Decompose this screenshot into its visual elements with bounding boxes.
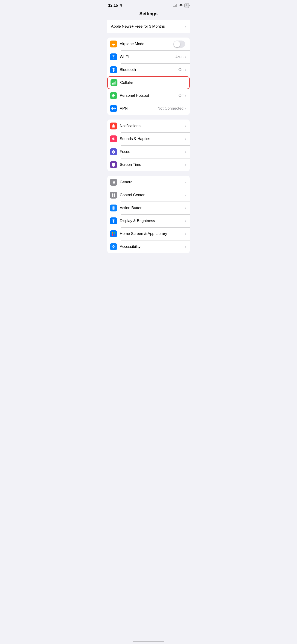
status-icons: 4 [173,3,189,8]
airplane-mode-icon [110,40,117,48]
connectivity-section: Airplane Mode Wi-Fi Uzun › Bluetooth On … [107,38,190,115]
display-label: Display & Brightness [120,218,185,223]
home-screen-label: Home Screen & App Library [120,232,185,236]
wifi-icon [179,4,183,7]
control-center-label: Control Center [120,193,185,198]
cellular-icon [110,79,118,86]
settings-row-action-button[interactable]: Action Button › [107,202,190,214]
svg-point-25 [112,220,114,222]
general-label: General [120,180,185,184]
settings-row-airplane-mode[interactable]: Airplane Mode [107,38,190,50]
svg-rect-3 [175,5,176,7]
svg-point-12 [112,108,112,109]
settings-row-accessibility[interactable]: Accessibility › [107,240,190,253]
control-center-icon [110,192,117,198]
promo-row[interactable]: Apple News+ Free for 3 Months › [107,20,190,33]
screen-time-label: Screen Time [120,162,185,167]
screen-time-icon [110,161,117,168]
airplane-mode-toggle[interactable] [173,40,185,48]
status-time: 12:15 [108,3,118,8]
notifications-section: Notifications › Sounds & Haptics › Focus… [107,120,190,171]
notifications-icon [110,122,117,130]
hotspot-chevron: › [185,94,186,98]
page-title: Settings [104,9,194,20]
action-button-icon [110,204,117,212]
svg-rect-21 [114,195,115,197]
svg-point-9 [113,95,114,96]
promo-chevron: › [185,25,186,28]
svg-rect-6 [113,82,114,84]
airplane-mode-label: Airplane Mode [120,42,173,46]
svg-rect-19 [114,194,115,195]
sounds-icon [110,136,117,142]
screen-time-chevron: › [185,163,186,166]
settings-row-focus[interactable]: Focus › [107,145,190,158]
settings-row-sounds[interactable]: Sounds & Haptics › [107,132,190,145]
svg-rect-28 [112,234,113,236]
svg-rect-4 [176,4,177,7]
focus-label: Focus [120,150,185,154]
svg-rect-7 [114,82,114,84]
accessibility-label: Accessibility [120,244,185,249]
focus-icon [110,148,117,155]
promo-label: Apple News+ Free for 3 Months [111,24,185,29]
bluetooth-chevron: › [185,68,186,72]
wifi-settings-icon [110,54,117,60]
settings-row-bluetooth[interactable]: Bluetooth On › [107,63,190,76]
hotspot-label: Personal Hotspot [120,93,178,98]
general-section: General › Control Center › [107,176,190,253]
signal-icon [173,4,178,7]
home-screen-chevron: › [185,232,186,236]
notifications-chevron: › [185,124,186,128]
svg-rect-5 [112,83,112,84]
accessibility-icon [110,243,117,250]
hotspot-icon [110,92,117,99]
battery-indicator: 4 [184,3,189,8]
wifi-chevron: › [185,55,186,59]
settings-row-cellular[interactable]: Cellular › [107,76,190,89]
cellular-label: Cellular [120,80,184,85]
svg-rect-27 [114,232,115,234]
svg-rect-18 [112,194,114,195]
svg-rect-8 [115,81,115,85]
action-button-chevron: › [185,206,186,210]
svg-rect-1 [173,6,174,7]
settings-row-home-screen[interactable]: Home Screen & App Library › [107,227,190,240]
svg-rect-29 [114,234,115,236]
svg-rect-26 [112,232,113,234]
bluetooth-label: Bluetooth [120,68,178,72]
vpn-chevron: › [185,107,186,110]
wifi-value: Uzun [174,54,184,59]
sounds-chevron: › [185,137,186,141]
promo-section: Apple News+ Free for 3 Months › [107,20,190,33]
control-center-chevron: › [185,193,186,197]
vpn-label: VPN [120,106,158,111]
accessibility-chevron: › [185,245,186,248]
svg-point-13 [113,151,114,152]
notifications-label: Notifications [120,124,185,128]
sounds-label: Sounds & Haptics [120,136,185,141]
settings-row-vpn[interactable]: VPN Not Connected › [107,102,190,115]
home-screen-icon [110,230,117,237]
settings-row-display[interactable]: Display & Brightness › [107,214,190,227]
action-button-label: Action Button [120,206,185,210]
vpn-icon [110,105,117,112]
bluetooth-value: On [178,68,184,72]
general-chevron: › [185,180,186,184]
settings-row-hotspot[interactable]: Personal Hotspot Off › [107,89,190,102]
bluetooth-icon [110,66,117,73]
settings-row-control-center[interactable]: Control Center › [107,189,190,202]
wifi-label: Wi-Fi [120,54,174,59]
svg-rect-20 [112,195,114,197]
focus-chevron: › [185,150,186,154]
battery-level: 4 [186,4,188,7]
settings-row-screen-time[interactable]: Screen Time › [107,158,190,171]
general-icon [110,179,117,186]
cellular-chevron: › [184,81,186,84]
vpn-value: Not Connected [158,106,184,111]
settings-row-wifi[interactable]: Wi-Fi Uzun › [107,50,190,63]
svg-rect-2 [174,6,175,7]
settings-row-general[interactable]: General › [107,176,190,189]
mute-icon [119,4,122,7]
settings-row-notifications[interactable]: Notifications › [107,120,190,132]
